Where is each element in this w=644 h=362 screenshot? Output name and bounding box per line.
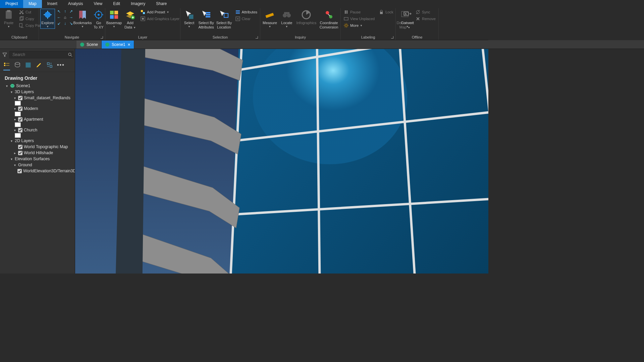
symbology-swatch[interactable] xyxy=(15,122,21,127)
layer-checkbox[interactable] xyxy=(18,117,22,122)
symbology-swatch[interactable] xyxy=(15,112,21,116)
group-launcher-labeling[interactable] xyxy=(390,35,394,39)
nav-n-icon[interactable]: ↑ xyxy=(62,9,68,14)
svg-point-69 xyxy=(105,43,109,47)
chevron-down-icon: ▼ xyxy=(188,25,191,28)
nav-center-icon[interactable]: ⌂ xyxy=(62,15,68,20)
layer-checkbox[interactable] xyxy=(18,145,22,149)
explore-button[interactable]: Explore ▼ xyxy=(40,9,55,29)
attributes-button[interactable]: Attributes xyxy=(234,9,259,15)
select-by-attributes-button[interactable]: Select ByAttributes xyxy=(198,9,214,30)
tab-analysis[interactable]: Analysis xyxy=(63,0,89,8)
tree-scene-root[interactable]: ▾ Scene1 xyxy=(1,83,75,89)
tab-view[interactable]: View xyxy=(88,0,108,8)
close-tab-icon[interactable]: ✕ xyxy=(127,43,130,47)
nav-s-icon[interactable]: ↓ xyxy=(62,21,68,26)
attributes-icon xyxy=(235,9,240,15)
expand-icon[interactable]: ▾ xyxy=(13,118,17,121)
contents-search-input[interactable] xyxy=(9,51,73,58)
add-graphics-layer-button[interactable]: Add Graphics Layer xyxy=(139,15,181,22)
scene-viewport[interactable] xyxy=(75,40,488,274)
expand-icon[interactable]: ▾ xyxy=(13,128,17,132)
tree-layer-small-dataset[interactable]: ▾ Small_dataset_Redlands xyxy=(1,95,75,101)
list-by-snapping-button[interactable] xyxy=(46,62,53,68)
pause-labeling-button[interactable]: Pause xyxy=(342,9,376,15)
expand-icon[interactable]: ▾ xyxy=(5,84,9,88)
add-data-button[interactable]: AddData ▼ xyxy=(123,9,138,31)
paste-button[interactable]: Paste ▼ xyxy=(1,9,16,29)
tab-imagery[interactable]: Imagery xyxy=(125,0,151,8)
coordinate-conversion-button[interactable]: CoordinateConversion xyxy=(319,9,339,30)
nav-e-icon[interactable]: → xyxy=(68,15,74,20)
layer-checkbox[interactable] xyxy=(17,169,22,173)
list-by-selection-button[interactable] xyxy=(25,62,32,68)
nav-sw-icon[interactable]: ↙ xyxy=(56,21,62,26)
symbology-swatch[interactable] xyxy=(15,133,21,138)
symbology-swatch[interactable] xyxy=(15,101,21,106)
view-unplaced-button[interactable]: View Unplaced xyxy=(342,15,376,22)
tree-layer-modern[interactable]: ▾ Modern xyxy=(1,106,75,112)
tree-3d-layers[interactable]: ▾ 3D Layers xyxy=(1,89,75,95)
select-button[interactable]: Select ▼ xyxy=(182,9,197,29)
doc-tab-scene[interactable]: Scene xyxy=(76,41,102,49)
tab-edit[interactable]: Edit xyxy=(108,0,125,8)
expand-icon[interactable]: ▾ xyxy=(13,96,17,100)
expand-icon[interactable]: ▾ xyxy=(9,157,13,161)
bookmarks-button[interactable]: Bookmarks ▼ xyxy=(75,9,90,29)
locate-button[interactable]: Locate ▼ xyxy=(279,9,294,29)
clear-selection-button[interactable]: Clear xyxy=(234,15,259,22)
list-by-data-source-button[interactable] xyxy=(14,62,21,68)
scene-icon xyxy=(80,42,85,47)
more-labeling-button[interactable]: More ▼ xyxy=(342,22,376,29)
tree-layer-apartment[interactable]: ▾ Apartment xyxy=(1,116,75,122)
expand-icon[interactable]: ▾ xyxy=(9,90,13,94)
nav-w-icon[interactable]: ← xyxy=(56,15,62,20)
expand-icon[interactable]: ▾ xyxy=(9,139,13,143)
svg-rect-13 xyxy=(114,15,118,19)
group-launcher-navigate[interactable] xyxy=(100,35,104,39)
expand-icon[interactable]: ▾ xyxy=(13,107,17,111)
tree-layer-world-elevation[interactable]: WorldElevation3D/Terrain3D xyxy=(1,168,75,174)
add-preset-button[interactable]: Add Preset ▼ xyxy=(139,9,181,15)
list-by-drawing-order-button[interactable] xyxy=(3,62,10,68)
expand-icon[interactable]: ▸ xyxy=(13,151,17,155)
layer-checkbox[interactable] xyxy=(18,96,22,100)
tree-2d-layers[interactable]: ▾ 2D Layers xyxy=(1,138,75,144)
contents-search-row xyxy=(0,50,75,60)
basemap-button[interactable]: Basemap ▼ xyxy=(107,9,121,29)
nav-ne-icon[interactable]: ↗ xyxy=(68,9,74,14)
download-map-button[interactable]: DownloadMap ▼ xyxy=(397,9,413,31)
tree-layer-world-hillshade[interactable]: ▸ World Hillshade xyxy=(1,150,75,156)
more-toolbar-button[interactable]: ••• xyxy=(57,62,65,68)
remove-button[interactable]: Remove xyxy=(414,15,437,22)
group-launcher-selection[interactable] xyxy=(255,35,259,39)
tree-elevation-surfaces[interactable]: ▾ Elevation Surfaces xyxy=(1,156,75,162)
measure-button[interactable]: Measure ▼ xyxy=(262,9,278,29)
sync-button[interactable]: Sync xyxy=(414,9,437,15)
svg-rect-36 xyxy=(346,10,347,14)
tab-share[interactable]: Share xyxy=(151,0,172,8)
ruler-icon xyxy=(264,9,275,20)
go-to-xy-button[interactable]: GoTo XY xyxy=(91,9,106,30)
tab-insert[interactable]: Insert xyxy=(42,0,63,8)
search-icon[interactable] xyxy=(67,52,73,57)
tree-layer-world-topo[interactable]: ▸ World Topographic Map xyxy=(1,144,75,150)
list-by-editing-button[interactable] xyxy=(36,62,42,68)
tree-ground[interactable]: ▾ Ground xyxy=(1,162,75,168)
tree-layer-church[interactable]: ▾ Church xyxy=(1,127,75,133)
lock-labeling-button[interactable]: Lock xyxy=(377,9,394,15)
nav-nw-icon[interactable]: ↖ xyxy=(56,9,62,14)
tab-map[interactable]: Map xyxy=(23,0,42,8)
select-by-attributes-icon xyxy=(201,9,212,20)
svg-rect-6 xyxy=(19,23,22,27)
layer-checkbox[interactable] xyxy=(18,107,22,111)
lock-icon xyxy=(379,9,384,15)
infographics-button[interactable]: Infographics xyxy=(296,9,317,26)
layer-checkbox[interactable] xyxy=(18,128,22,132)
expand-icon[interactable]: ▾ xyxy=(13,163,17,167)
layer-checkbox[interactable] xyxy=(18,151,22,155)
filter-icon[interactable] xyxy=(2,52,7,57)
select-by-location-button[interactable]: Select ByLocation xyxy=(216,9,232,30)
doc-tab-scene1[interactable]: Scene1 ✕ xyxy=(102,41,134,49)
tab-project[interactable]: Project xyxy=(0,0,23,8)
